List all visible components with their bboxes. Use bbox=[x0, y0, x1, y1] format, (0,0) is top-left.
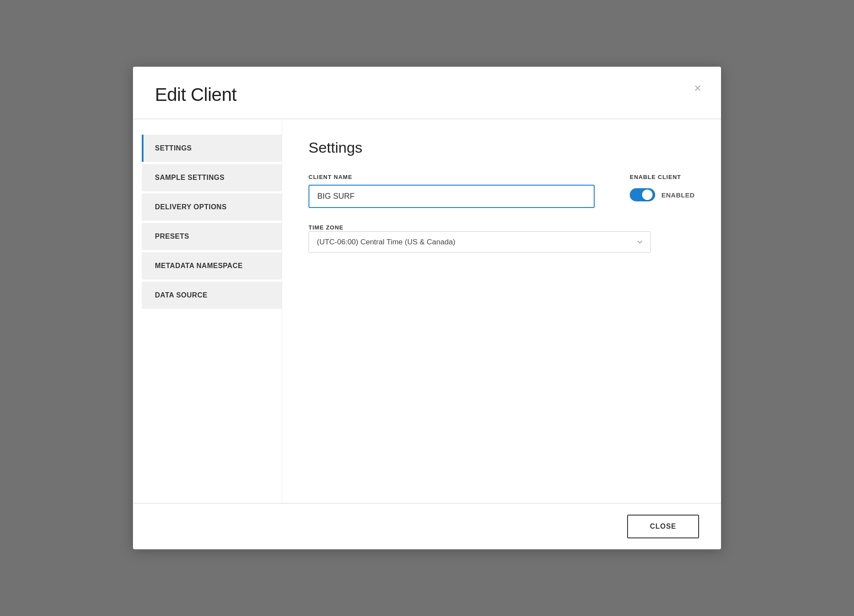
modal-footer: CLOSE bbox=[133, 503, 721, 549]
sidebar-item-data-source[interactable]: DATA SOURCE bbox=[142, 282, 282, 309]
enable-client-group: ENABLE CLIENT ENABLED bbox=[630, 174, 695, 201]
section-title: Settings bbox=[309, 139, 695, 156]
sidebar-item-settings[interactable]: SETTINGS bbox=[142, 135, 282, 162]
client-name-row: CLIENT NAME ENABLE CLIENT ENABLED bbox=[309, 174, 695, 208]
toggle-container: ENABLED bbox=[630, 188, 695, 201]
toggle-slider bbox=[630, 188, 655, 201]
sidebar-nav: SETTINGS SAMPLE SETTINGS DELIVERY OPTION… bbox=[133, 119, 282, 503]
modal-title: Edit Client bbox=[155, 84, 699, 105]
enable-client-toggle[interactable] bbox=[630, 188, 655, 201]
modal-body: SETTINGS SAMPLE SETTINGS DELIVERY OPTION… bbox=[133, 119, 721, 503]
sidebar-item-sample-settings[interactable]: SAMPLE SETTINGS bbox=[142, 164, 282, 191]
modal-header: Edit Client × bbox=[133, 67, 721, 119]
modal-overlay: Edit Client × SETTINGS SAMPLE SETTINGS D… bbox=[0, 0, 854, 616]
content-area: Settings CLIENT NAME ENABLE CLIENT bbox=[282, 119, 721, 503]
sidebar-item-delivery-options[interactable]: DELIVERY OPTIONS bbox=[142, 193, 282, 221]
timezone-select[interactable]: (UTC-06:00) Central Time (US & Canada) (… bbox=[309, 231, 651, 253]
sidebar-item-presets[interactable]: PRESETS bbox=[142, 223, 282, 250]
sidebar-item-metadata-namespace[interactable]: METADATA NAMESPACE bbox=[142, 252, 282, 279]
modal-close-x-button[interactable]: × bbox=[692, 80, 703, 97]
toggle-status-label: ENABLED bbox=[661, 191, 695, 199]
client-name-label: CLIENT NAME bbox=[309, 174, 595, 180]
close-button[interactable]: CLOSE bbox=[627, 515, 699, 538]
timezone-group: TIME ZONE (UTC-06:00) Central Time (US &… bbox=[309, 223, 695, 253]
client-name-input[interactable] bbox=[309, 185, 595, 208]
client-name-group: CLIENT NAME bbox=[309, 174, 595, 208]
enable-client-label: ENABLE CLIENT bbox=[630, 174, 695, 180]
edit-client-modal: Edit Client × SETTINGS SAMPLE SETTINGS D… bbox=[133, 67, 721, 549]
timezone-label: TIME ZONE bbox=[309, 224, 344, 231]
